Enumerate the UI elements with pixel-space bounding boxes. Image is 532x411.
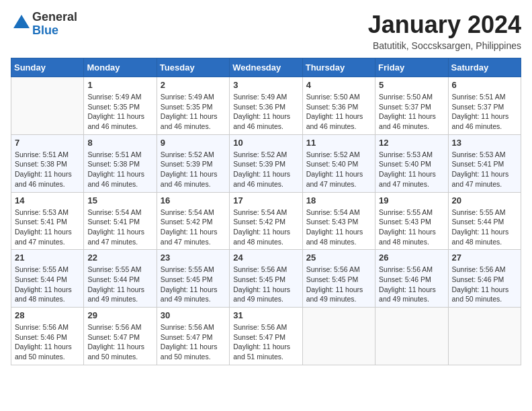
logo-icon xyxy=(11,12,32,34)
day-info: Sunrise: 5:56 AM Sunset: 5:46 PM Dayligh… xyxy=(379,265,444,304)
calendar-cell: 5Sunrise: 5:50 AM Sunset: 5:37 PM Daylig… xyxy=(375,77,448,135)
day-number: 27 xyxy=(452,253,517,263)
calendar-cell: 29Sunrise: 5:56 AM Sunset: 5:47 PM Dayli… xyxy=(84,308,157,365)
day-number: 29 xyxy=(87,310,152,320)
calendar-cell: 30Sunrise: 5:56 AM Sunset: 5:47 PM Dayli… xyxy=(157,308,229,365)
day-info: Sunrise: 5:53 AM Sunset: 5:40 PM Dayligh… xyxy=(379,150,444,189)
logo: General Blue xyxy=(11,11,77,38)
day-info: Sunrise: 5:50 AM Sunset: 5:37 PM Dayligh… xyxy=(379,92,444,132)
day-info: Sunrise: 5:54 AM Sunset: 5:42 PM Dayligh… xyxy=(161,208,226,247)
calendar-cell xyxy=(375,308,448,365)
day-number: 20 xyxy=(452,195,517,205)
day-info: Sunrise: 5:55 AM Sunset: 5:44 PM Dayligh… xyxy=(15,265,80,304)
calendar-week-5: 28Sunrise: 5:56 AM Sunset: 5:46 PM Dayli… xyxy=(11,308,521,365)
calendar-cell: 9Sunrise: 5:52 AM Sunset: 5:39 PM Daylig… xyxy=(157,134,229,192)
calendar-cell: 26Sunrise: 5:56 AM Sunset: 5:46 PM Dayli… xyxy=(375,250,448,308)
day-info: Sunrise: 5:51 AM Sunset: 5:38 PM Dayligh… xyxy=(87,150,152,189)
logo-line2: Blue xyxy=(32,24,77,38)
day-info: Sunrise: 5:49 AM Sunset: 5:36 PM Dayligh… xyxy=(233,92,298,132)
day-info: Sunrise: 5:55 AM Sunset: 5:44 PM Dayligh… xyxy=(452,208,517,247)
calendar-table: SundayMondayTuesdayWednesdayThursdayFrid… xyxy=(11,58,521,365)
day-number: 19 xyxy=(379,195,444,205)
calendar-subtitle: Batutitik, Soccsksargen, Philippines xyxy=(368,40,521,51)
calendar-cell: 8Sunrise: 5:51 AM Sunset: 5:38 PM Daylig… xyxy=(84,134,157,192)
day-info: Sunrise: 5:56 AM Sunset: 5:46 PM Dayligh… xyxy=(452,265,517,304)
calendar-header-row: SundayMondayTuesdayWednesdayThursdayFrid… xyxy=(11,58,521,77)
day-info: Sunrise: 5:56 AM Sunset: 5:45 PM Dayligh… xyxy=(233,265,298,304)
day-number: 31 xyxy=(233,310,298,320)
day-info: Sunrise: 5:52 AM Sunset: 5:40 PM Dayligh… xyxy=(306,150,371,189)
calendar-cell: 21Sunrise: 5:55 AM Sunset: 5:44 PM Dayli… xyxy=(11,250,84,308)
calendar-cell: 6Sunrise: 5:51 AM Sunset: 5:37 PM Daylig… xyxy=(448,77,521,135)
calendar-cell: 25Sunrise: 5:56 AM Sunset: 5:45 PM Dayli… xyxy=(302,250,375,308)
calendar-cell: 31Sunrise: 5:56 AM Sunset: 5:47 PM Dayli… xyxy=(230,308,302,365)
day-info: Sunrise: 5:54 AM Sunset: 5:42 PM Dayligh… xyxy=(233,208,298,247)
calendar-week-2: 7Sunrise: 5:51 AM Sunset: 5:38 PM Daylig… xyxy=(11,134,521,192)
calendar-cell: 22Sunrise: 5:55 AM Sunset: 5:44 PM Dayli… xyxy=(84,250,157,308)
page-header: General Blue January 2024 Batutitik, Soc… xyxy=(11,11,521,51)
title-block: January 2024 Batutitik, Soccsksargen, Ph… xyxy=(368,11,521,51)
calendar-cell: 16Sunrise: 5:54 AM Sunset: 5:42 PM Dayli… xyxy=(157,192,229,250)
day-header-saturday: Saturday xyxy=(448,58,521,77)
day-info: Sunrise: 5:49 AM Sunset: 5:35 PM Dayligh… xyxy=(161,92,226,132)
day-header-thursday: Thursday xyxy=(302,58,375,77)
calendar-cell xyxy=(448,308,521,365)
day-number: 21 xyxy=(15,253,80,263)
calendar-week-4: 21Sunrise: 5:55 AM Sunset: 5:44 PM Dayli… xyxy=(11,250,521,308)
calendar-cell: 14Sunrise: 5:53 AM Sunset: 5:41 PM Dayli… xyxy=(11,192,84,250)
day-header-monday: Monday xyxy=(84,58,157,77)
day-info: Sunrise: 5:51 AM Sunset: 5:37 PM Dayligh… xyxy=(452,92,517,132)
day-number: 3 xyxy=(233,80,298,90)
calendar-week-3: 14Sunrise: 5:53 AM Sunset: 5:41 PM Dayli… xyxy=(11,192,521,250)
logo-text: General Blue xyxy=(32,11,77,38)
calendar-cell: 23Sunrise: 5:55 AM Sunset: 5:45 PM Dayli… xyxy=(157,250,229,308)
logo-line1: General xyxy=(32,11,77,24)
calendar-cell: 12Sunrise: 5:53 AM Sunset: 5:40 PM Dayli… xyxy=(375,134,448,192)
day-number: 9 xyxy=(161,138,226,148)
day-number: 2 xyxy=(161,80,226,90)
day-info: Sunrise: 5:56 AM Sunset: 5:47 PM Dayligh… xyxy=(87,322,152,362)
day-info: Sunrise: 5:56 AM Sunset: 5:47 PM Dayligh… xyxy=(161,322,226,362)
day-info: Sunrise: 5:55 AM Sunset: 5:45 PM Dayligh… xyxy=(161,265,226,304)
day-number: 22 xyxy=(87,253,152,263)
calendar-cell: 11Sunrise: 5:52 AM Sunset: 5:40 PM Dayli… xyxy=(302,134,375,192)
day-number: 14 xyxy=(15,195,80,205)
day-info: Sunrise: 5:52 AM Sunset: 5:39 PM Dayligh… xyxy=(161,150,226,189)
day-info: Sunrise: 5:54 AM Sunset: 5:43 PM Dayligh… xyxy=(306,208,371,247)
day-number: 30 xyxy=(161,310,226,320)
day-info: Sunrise: 5:56 AM Sunset: 5:45 PM Dayligh… xyxy=(306,265,371,304)
day-info: Sunrise: 5:56 AM Sunset: 5:46 PM Dayligh… xyxy=(15,322,80,362)
day-header-tuesday: Tuesday xyxy=(157,58,229,77)
day-info: Sunrise: 5:52 AM Sunset: 5:39 PM Dayligh… xyxy=(233,150,298,189)
calendar-cell: 17Sunrise: 5:54 AM Sunset: 5:42 PM Dayli… xyxy=(230,192,302,250)
calendar-cell: 18Sunrise: 5:54 AM Sunset: 5:43 PM Dayli… xyxy=(302,192,375,250)
calendar-cell: 15Sunrise: 5:54 AM Sunset: 5:41 PM Dayli… xyxy=(84,192,157,250)
day-number: 24 xyxy=(233,253,298,263)
day-header-friday: Friday xyxy=(375,58,448,77)
day-number: 7 xyxy=(15,138,80,148)
day-info: Sunrise: 5:54 AM Sunset: 5:41 PM Dayligh… xyxy=(87,208,152,247)
day-info: Sunrise: 5:56 AM Sunset: 5:47 PM Dayligh… xyxy=(233,322,298,362)
day-info: Sunrise: 5:55 AM Sunset: 5:44 PM Dayligh… xyxy=(87,265,152,304)
calendar-cell: 3Sunrise: 5:49 AM Sunset: 5:36 PM Daylig… xyxy=(230,77,302,135)
calendar-cell: 28Sunrise: 5:56 AM Sunset: 5:46 PM Dayli… xyxy=(11,308,84,365)
calendar-cell: 24Sunrise: 5:56 AM Sunset: 5:45 PM Dayli… xyxy=(230,250,302,308)
day-number: 23 xyxy=(161,253,226,263)
day-number: 8 xyxy=(87,138,152,148)
calendar-cell xyxy=(11,77,84,135)
calendar-cell: 7Sunrise: 5:51 AM Sunset: 5:38 PM Daylig… xyxy=(11,134,84,192)
day-number: 25 xyxy=(306,253,371,263)
day-header-wednesday: Wednesday xyxy=(230,58,302,77)
day-number: 6 xyxy=(452,80,517,90)
calendar-week-1: 1Sunrise: 5:49 AM Sunset: 5:35 PM Daylig… xyxy=(11,77,521,135)
day-info: Sunrise: 5:53 AM Sunset: 5:41 PM Dayligh… xyxy=(452,150,517,189)
day-number: 16 xyxy=(161,195,226,205)
calendar-cell: 4Sunrise: 5:50 AM Sunset: 5:36 PM Daylig… xyxy=(302,77,375,135)
svg-marker-0 xyxy=(13,15,30,28)
day-number: 18 xyxy=(306,195,371,205)
day-number: 11 xyxy=(306,138,371,148)
day-info: Sunrise: 5:55 AM Sunset: 5:43 PM Dayligh… xyxy=(379,208,444,247)
day-number: 17 xyxy=(233,195,298,205)
day-number: 10 xyxy=(233,138,298,148)
calendar-cell: 13Sunrise: 5:53 AM Sunset: 5:41 PM Dayli… xyxy=(448,134,521,192)
